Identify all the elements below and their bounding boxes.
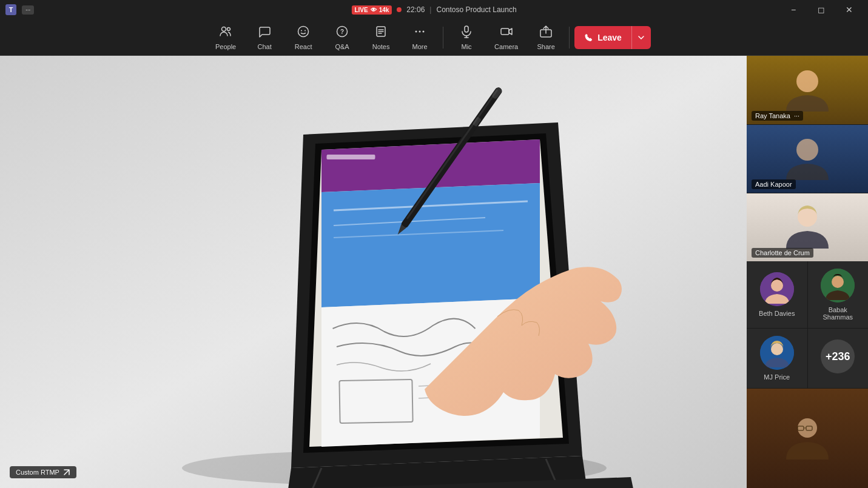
meeting-timer: 22:06: [406, 5, 425, 14]
qna-button[interactable]: ? Q&A: [324, 21, 360, 54]
title-bar-center: LIVE 👁 14k 22:06 | Contoso Product Launc…: [351, 5, 516, 15]
mj-price-name: MJ Price: [764, 373, 790, 381]
rtmp-label: Custom RTMP: [16, 469, 59, 476]
toolbar-divider-2: [569, 27, 570, 48]
svg-point-13: [415, 30, 417, 32]
react-icon: [297, 25, 310, 41]
svg-point-5: [301, 30, 302, 31]
live-text: LIVE: [354, 7, 368, 13]
svg-point-66: [771, 343, 783, 355]
recording-indicator: [397, 7, 402, 12]
avatar-cell-beth-davies[interactable]: Beth Davies: [747, 261, 807, 328]
qna-icon: ?: [335, 25, 349, 41]
close-button[interactable]: ✕: [835, 0, 863, 19]
viewer-count: 14k: [379, 7, 389, 13]
avatar-cell-mj-price[interactable]: MJ Price: [747, 329, 807, 388]
participants-sidebar: Ray Tanaka ··· Aadi Kapoor: [747, 56, 868, 488]
notes-label: Notes: [372, 43, 390, 50]
minimize-button[interactable]: −: [779, 0, 807, 19]
mic-label: Mic: [462, 43, 472, 50]
plus-count-avatar: +236: [821, 339, 855, 373]
svg-text:?: ?: [340, 28, 344, 35]
svg-point-6: [304, 30, 306, 31]
beth-davies-name: Beth Davies: [759, 310, 795, 317]
separator: |: [429, 5, 431, 14]
external-icon: [63, 469, 70, 476]
share-icon: [539, 25, 553, 41]
babak-shammas-name: Babak Shammas: [813, 306, 864, 321]
svg-rect-16: [465, 26, 468, 32]
notes-button[interactable]: Notes: [363, 21, 399, 54]
participant-ray-tanaka[interactable]: Ray Tanaka ···: [747, 56, 868, 124]
toolbar-divider-1: [443, 27, 443, 48]
title-bar-left: T ···: [5, 4, 34, 16]
more-options: ···: [22, 5, 34, 15]
participant-bottom[interactable]: [747, 388, 868, 488]
aadi-kapoor-name: Aadi Kapoor: [755, 181, 792, 188]
chevron-down-icon: [638, 36, 644, 39]
qna-label: Q&A: [335, 43, 349, 50]
more-label: More: [412, 43, 428, 50]
react-label: React: [295, 43, 312, 50]
phone-icon: [584, 33, 593, 42]
ray-tanaka-name-tag: Ray Tanaka ···: [752, 111, 803, 121]
charlotte-name-tag: Charlotte de Crum: [752, 248, 813, 258]
svg-point-14: [419, 30, 421, 32]
participant-aadi-kapoor[interactable]: Aadi Kapoor: [747, 124, 868, 193]
leave-group: Leave: [574, 26, 651, 49]
react-button[interactable]: React: [285, 21, 321, 54]
title-bar: T ··· LIVE 👁 14k 22:06 | Contoso Product…: [0, 0, 868, 19]
more-button[interactable]: More: [402, 21, 438, 54]
babak-shammas-avatar: [821, 269, 855, 302]
chat-button[interactable]: Chat: [246, 21, 283, 54]
camera-label: Camera: [494, 43, 518, 50]
surface-scene: [0, 56, 747, 488]
avatar-cell-plus-count[interactable]: +236: [808, 329, 869, 388]
share-label: Share: [537, 43, 555, 50]
live-badge: LIVE 👁 14k: [351, 5, 392, 15]
eye-icon: 👁: [371, 7, 377, 13]
more-icon: [413, 25, 426, 41]
participant-charlotte-de-crum[interactable]: Charlotte de Crum: [747, 193, 868, 261]
chat-icon: [258, 25, 271, 41]
leave-dropdown-button[interactable]: [631, 26, 651, 49]
svg-point-67: [798, 418, 817, 438]
share-button[interactable]: Share: [528, 21, 564, 54]
notes-icon: [374, 25, 388, 41]
main-content: Custom RTMP Ray Tanaka ···: [0, 56, 868, 488]
toolbar: People Chat React ? Q&A: [0, 19, 868, 56]
svg-point-59: [796, 139, 818, 161]
people-label: People: [215, 43, 236, 50]
camera-icon: [500, 25, 513, 41]
mic-icon: [460, 25, 473, 41]
camera-button[interactable]: Camera: [487, 21, 525, 54]
svg-point-4: [298, 26, 309, 36]
chat-label: Chat: [257, 43, 271, 50]
avatar-cell-babak-shammas[interactable]: Babak Shammas: [808, 261, 869, 328]
people-button[interactable]: People: [207, 21, 244, 54]
ellipsis-icon: ···: [25, 7, 30, 13]
svg-point-2: [222, 27, 226, 31]
presentation-area: Custom RTMP: [0, 56, 747, 488]
mic-button[interactable]: Mic: [448, 21, 485, 54]
participant-video-feed: [747, 389, 868, 488]
avatar-grid: Beth Davies Babak Shammas: [747, 261, 868, 388]
svg-rect-19: [501, 28, 509, 35]
svg-point-62: [771, 279, 783, 292]
svg-rect-27: [326, 155, 375, 159]
mj-price-avatar: [760, 336, 794, 370]
ray-tanaka-options[interactable]: ···: [794, 112, 799, 119]
maximize-button[interactable]: ◻: [807, 0, 835, 19]
aadi-kapoor-name-tag: Aadi Kapoor: [752, 179, 796, 189]
svg-point-3: [227, 27, 230, 30]
svg-point-15: [423, 30, 425, 32]
ray-tanaka-name: Ray Tanaka: [755, 112, 790, 119]
video-placeholder: [0, 56, 747, 488]
charlotte-name: Charlotte de Crum: [755, 249, 810, 256]
beth-davies-avatar: [760, 272, 794, 306]
window-controls: − ◻ ✕: [779, 0, 863, 19]
teams-logo: T: [5, 4, 17, 16]
leave-button[interactable]: Leave: [574, 26, 631, 49]
svg-point-64: [832, 276, 844, 288]
people-icon: [219, 25, 232, 41]
